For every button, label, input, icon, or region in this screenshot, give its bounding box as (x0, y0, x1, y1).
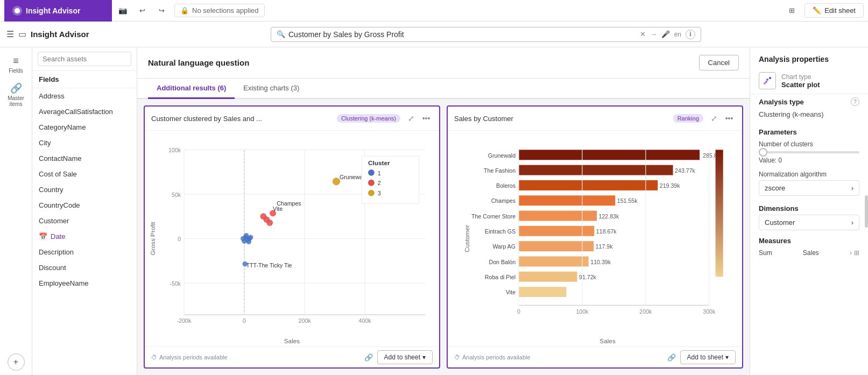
normalization-value: zscore (765, 184, 785, 192)
analysis-type-value: Clustering (k-means) (750, 109, 868, 123)
info-icon[interactable]: ℹ (686, 30, 695, 39)
svg-point-91 (766, 79, 768, 81)
right-panel-title: Analysis properties (750, 47, 868, 68)
field-item-employee[interactable]: EmployeeName (32, 275, 137, 291)
lang-select[interactable]: en (674, 31, 681, 38)
selection-indicator: 🔒 No selections applied (174, 4, 265, 17)
second-toolbar: ☰ ▭ Insight Advisor 🔍 ✕ → 🎤 en ℹ (0, 22, 868, 47)
add-panel-button[interactable]: + (8, 353, 25, 371)
dimension-dropdown[interactable]: Customer › (759, 215, 859, 230)
scatter-chart-footer: ⏱ Analysis periods available 🔗 Add to sh… (145, 346, 439, 367)
field-item-countrycode[interactable]: CountryCode (32, 197, 137, 213)
field-item-date[interactable]: 📅 Date (32, 229, 137, 244)
field-item-address[interactable]: Address (32, 88, 137, 104)
svg-text:243.77k: 243.77k (675, 167, 695, 174)
brand-icon (12, 5, 23, 16)
field-item-country[interactable]: Country (32, 182, 137, 197)
svg-point-33 (266, 220, 273, 226)
nl-title: Natural language question (148, 58, 249, 67)
normalization-label: Normalization algorithm (750, 167, 868, 180)
add-to-sheet-button-scatter[interactable]: Add to sheet ▾ (377, 350, 433, 364)
right-panel-scrollbar[interactable] (865, 195, 868, 228)
sidebar-item-fields[interactable]: ≡ Fields (3, 52, 29, 77)
svg-text:400k: 400k (359, 317, 372, 324)
left-sidebar: ≡ Fields 🔗 Master items + (0, 47, 32, 375)
cancel-button[interactable]: Cancel (699, 55, 739, 70)
bar-chart-card: Sales by Customer Ranking ⤢ ••• Customer… (447, 105, 743, 369)
measure1-value: Sales (803, 249, 819, 257)
expand-bar-button[interactable]: ⤢ (708, 112, 721, 125)
mic-icon[interactable]: 🎤 (661, 30, 670, 38)
measure1-label: Sum (759, 249, 772, 257)
edit-sheet-button[interactable]: ✏️ Edit sheet (805, 3, 864, 18)
chevron-right-measure[interactable]: › (850, 249, 852, 257)
svg-point-43 (368, 169, 375, 176)
redo-icon[interactable]: ↪ (153, 2, 170, 19)
field-item-customer[interactable]: Customer (32, 213, 137, 229)
share-icon-bar[interactable]: 🔗 (667, 353, 676, 362)
expand-scatter-button[interactable]: ⤢ (405, 112, 418, 125)
svg-text:2: 2 (378, 180, 381, 186)
svg-text:Warp AG: Warp AG (492, 243, 516, 250)
svg-text:3: 3 (378, 190, 381, 196)
measure-icons: › ⊞ (850, 249, 859, 257)
svg-text:1: 1 (378, 170, 381, 176)
grid-icon-btn[interactable]: ⊞ (783, 2, 800, 19)
capture-icon[interactable]: 📷 (114, 2, 131, 19)
sidebar-toggle-left[interactable]: ☰ (6, 29, 14, 39)
fields-search-input[interactable] (38, 52, 131, 66)
share-icon-scatter[interactable]: 🔗 (364, 353, 373, 362)
field-item-discount[interactable]: Discount (32, 260, 137, 275)
fields-search-area (32, 47, 137, 71)
field-item-description[interactable]: Description (32, 244, 137, 260)
svg-text:117.9k: 117.9k (596, 243, 613, 250)
clear-icon[interactable]: ✕ (640, 30, 646, 38)
svg-text:Sales: Sales (284, 337, 300, 344)
search-bar[interactable]: 🔍 ✕ → 🎤 en ℹ (271, 27, 701, 42)
pencil-icon: ✏️ (813, 6, 821, 15)
field-item-avgcall[interactable]: AverageCallSatisfaction (32, 104, 137, 119)
svg-text:0: 0 (178, 236, 181, 242)
field-item-category[interactable]: CategoryName (32, 119, 137, 135)
svg-point-30 (246, 239, 251, 244)
cluster-slider-thumb[interactable] (759, 148, 767, 157)
scatter-chart-title: Customer clustered by Sales and ... (151, 115, 333, 123)
add-to-sheet-label-bar: Add to sheet (687, 353, 723, 361)
normalization-dropdown[interactable]: zscore › (759, 180, 859, 196)
fields-list: Address AverageCallSatisfaction Category… (32, 88, 137, 375)
add-to-sheet-label-scatter: Add to sheet (384, 353, 420, 361)
main-layout: ≡ Fields 🔗 Master items + Fields Address… (0, 47, 868, 375)
svg-text:100k: 100k (576, 308, 589, 315)
tab-existing-charts[interactable]: Existing charts (3) (235, 79, 308, 99)
svg-text:0: 0 (243, 317, 246, 324)
cluster-slider-track[interactable] (759, 151, 859, 153)
tab-additional-results[interactable]: Additional results (6) (148, 79, 235, 99)
sidebar-toggle-panel[interactable]: ▭ (18, 29, 26, 39)
svg-text:110.39k: 110.39k (590, 259, 611, 265)
svg-point-47 (368, 190, 375, 196)
arrow-icon[interactable]: → (650, 30, 657, 38)
field-item-costofsale[interactable]: Cost of Sale (32, 166, 137, 182)
field-item-contact[interactable]: ContactName (32, 151, 137, 166)
svg-text:118.67k: 118.67k (596, 228, 617, 235)
topbar: Insight Advisor 📷 ↩ ↪ 🔒 No selections ap… (0, 0, 868, 22)
svg-rect-89 (716, 150, 723, 277)
grid-icon-measure[interactable]: ⊞ (854, 249, 859, 257)
field-item-city[interactable]: City (32, 135, 137, 151)
more-scatter-button[interactable]: ••• (420, 112, 433, 125)
fields-nav-label: Fields (9, 68, 23, 74)
search-input[interactable] (288, 30, 640, 39)
analysis-help-icon[interactable]: ? (851, 97, 859, 106)
undo-icon[interactable]: ↩ (133, 2, 151, 19)
add-to-sheet-button-bar[interactable]: Add to sheet ▾ (680, 350, 736, 364)
search-icon: 🔍 (277, 30, 285, 38)
bar-chart-title: Sales by Customer (454, 115, 669, 123)
svg-text:Vite: Vite (506, 289, 516, 295)
content-area: Natural language question Cancel Additio… (137, 47, 750, 375)
sidebar-item-master-items[interactable]: 🔗 Master items (3, 82, 29, 108)
clock-icon-bar: ⏱ (454, 354, 460, 360)
svg-text:100k: 100k (168, 147, 181, 153)
scatter-chart-actions: ⤢ ••• (405, 112, 433, 125)
more-bar-button[interactable]: ••• (723, 112, 736, 125)
master-items-nav-label: Master items (3, 95, 29, 107)
